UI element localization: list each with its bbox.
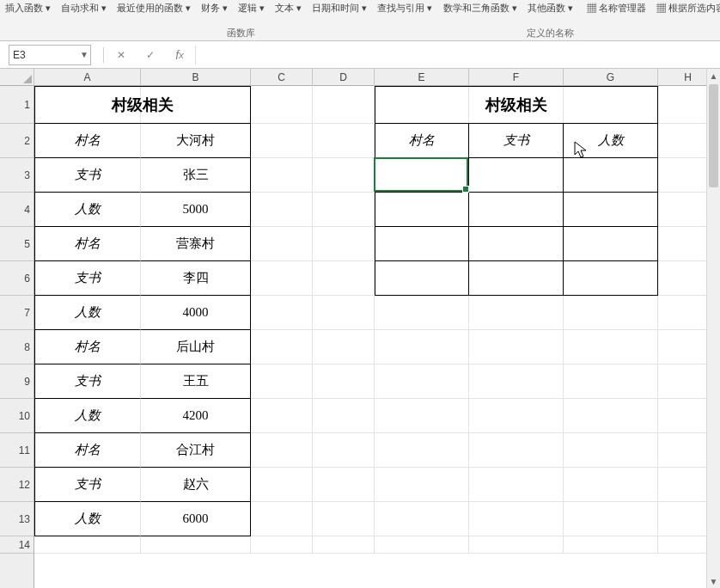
cell[interactable] [375,296,469,330]
cell[interactable]: 村名 [375,124,469,158]
cell[interactable] [313,86,375,124]
row-header[interactable]: 4 [0,193,34,227]
cell[interactable] [564,399,658,433]
cell[interactable]: 村名 [34,330,141,364]
ribbon-button[interactable]: 其他函数 ▾ [522,0,578,15]
column-header[interactable]: A [34,69,141,86]
cell[interactable]: 人数 [34,502,141,536]
column-header[interactable]: C [251,69,313,86]
column-header[interactable]: E [375,69,469,86]
ribbon-button[interactable]: 自动求和 ▾ [56,0,112,15]
cell[interactable] [251,399,313,433]
cell[interactable] [469,364,564,399]
column-header[interactable]: F [469,69,564,86]
cell[interactable]: 支书 [34,468,141,502]
create-from-selection-button[interactable]: ▦ 根据所选内容创建 [651,0,720,15]
cell[interactable] [375,158,469,193]
cell[interactable] [251,536,313,554]
row-header[interactable]: 3 [0,158,34,193]
cell[interactable] [251,124,313,158]
cell[interactable] [564,536,658,554]
cell[interactable] [375,330,469,364]
row-header[interactable]: 6 [0,261,34,296]
ribbon-button[interactable]: 日期和时间 ▾ [307,0,372,15]
cell[interactable] [564,502,658,536]
cell[interactable]: 大河村 [141,124,251,158]
cell[interactable] [469,296,564,330]
cells-area[interactable]: 村级相关村名大河村支书张三人数5000村名营寨村支书李四人数4000村名后山村支… [34,86,720,588]
cell[interactable] [375,364,469,399]
row-header[interactable]: 13 [0,502,34,536]
cell[interactable] [251,433,313,468]
cell[interactable]: 4200 [141,399,251,433]
cell[interactable] [313,124,375,158]
cell[interactable] [251,364,313,399]
cell[interactable]: 支书 [34,158,141,193]
ribbon-button[interactable]: 逻辑 ▾ [233,0,270,15]
cell[interactable] [313,227,375,261]
cell[interactable] [313,468,375,502]
cell[interactable]: 人数 [34,399,141,433]
cell[interactable]: 赵六 [141,468,251,502]
cell[interactable]: 李四 [141,261,251,296]
row-header[interactable]: 12 [0,468,34,502]
cell[interactable] [251,193,313,227]
cell[interactable]: 支书 [34,364,141,399]
row-header[interactable]: 10 [0,399,34,433]
cell[interactable] [375,261,469,296]
cell[interactable] [313,433,375,468]
cell[interactable] [564,433,658,468]
scroll-down-icon[interactable]: ▼ [707,574,720,588]
row-header[interactable]: 8 [0,330,34,364]
cell[interactable] [34,536,141,554]
cell[interactable] [469,227,564,261]
cell[interactable] [564,296,658,330]
cell[interactable] [375,433,469,468]
row-header[interactable]: 14 [0,536,34,554]
ribbon-button[interactable]: 数学和三角函数 ▾ [438,0,522,15]
scroll-up-icon[interactable]: ▲ [707,69,720,83]
cell[interactable] [313,158,375,193]
enter-icon[interactable]: ✓ [138,46,162,64]
cell[interactable]: 人数 [34,296,141,330]
column-header[interactable]: G [564,69,658,86]
chevron-down-icon[interactable]: ▼ [80,50,88,59]
cell[interactable] [251,330,313,364]
scroll-thumb[interactable] [709,84,718,187]
cell[interactable] [564,158,658,193]
cell[interactable] [313,330,375,364]
cell[interactable] [375,468,469,502]
row-header[interactable]: 11 [0,433,34,468]
cell[interactable] [469,502,564,536]
cell[interactable] [564,364,658,399]
cell[interactable]: 6000 [141,502,251,536]
cell[interactable]: 营寨村 [141,227,251,261]
row-header[interactable]: 1 [0,86,34,124]
cancel-icon[interactable]: ✕ [109,46,133,64]
cell[interactable] [469,433,564,468]
column-header[interactable]: B [141,69,251,86]
cell[interactable] [564,193,658,227]
cell[interactable]: 5000 [141,193,251,227]
cell[interactable] [251,296,313,330]
cell[interactable]: 村级相关 [375,86,658,124]
ribbon-button[interactable]: 最近使用的函数 ▾ [112,0,196,15]
cell[interactable] [251,86,313,124]
fx-icon[interactable]: fx [168,46,192,64]
vertical-scrollbar[interactable]: ▲ ▼ [706,69,720,588]
cell[interactable] [375,502,469,536]
cell[interactable] [469,193,564,227]
cell[interactable] [251,502,313,536]
cell[interactable] [375,536,469,554]
cell[interactable] [141,536,251,554]
cell[interactable] [469,261,564,296]
column-header[interactable]: D [313,69,375,86]
cell[interactable]: 张三 [141,158,251,193]
cell[interactable]: 4000 [141,296,251,330]
select-all-corner[interactable] [0,69,34,86]
cell[interactable] [564,227,658,261]
cell[interactable] [313,502,375,536]
cell[interactable]: 合江村 [141,433,251,468]
row-header[interactable]: 9 [0,364,34,399]
cell[interactable] [469,399,564,433]
